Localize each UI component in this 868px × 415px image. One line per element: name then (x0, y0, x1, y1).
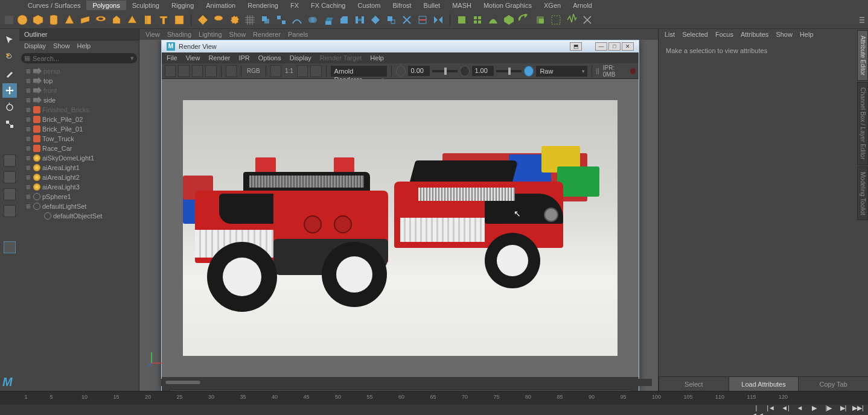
render-menu-file[interactable]: File (167, 54, 177, 62)
maximize-icon[interactable]: □ (608, 42, 621, 51)
mash-curve-icon[interactable] (487, 13, 500, 27)
prism-icon[interactable] (110, 13, 123, 27)
outliner-item-side[interactable]: ⊞side (19, 95, 139, 105)
display-alpha-icon[interactable] (270, 65, 281, 77)
expand-icon[interactable]: ⊞ (25, 107, 31, 113)
bevel-icon[interactable] (337, 13, 351, 27)
shelf-tab-curves-surfaces[interactable]: Curves / Surfaces (22, 1, 86, 10)
outliner-item-psphere1[interactable]: ⊞pSphere1 (19, 192, 139, 201)
combine-icon[interactable] (259, 13, 272, 27)
snap-point-icon[interactable] (4, 188, 16, 200)
expand-icon[interactable]: ⊞ (25, 136, 31, 142)
shelf-tab-animation[interactable]: Animation (200, 1, 241, 10)
expand-icon[interactable]: ⊞ (25, 184, 31, 190)
expand-icon[interactable]: ⊞ (25, 165, 31, 171)
shelf-tab-motion-graphics[interactable]: Motion Graphics (477, 1, 538, 10)
step-back-icon[interactable]: |◄ (765, 404, 776, 414)
delete-edge-icon[interactable] (416, 13, 429, 27)
type-icon[interactable] (157, 13, 170, 27)
ipr-render-icon[interactable] (205, 65, 216, 77)
render-region-icon[interactable] (178, 65, 189, 77)
timeline[interactable]: 1510152025303540455055606570758085909510… (0, 391, 868, 415)
render-menu-render[interactable]: Render (208, 54, 230, 62)
shelf-collapse-icon[interactable] (860, 13, 868, 27)
fill-hole-icon[interactable] (369, 13, 382, 27)
viewport-scrollbar[interactable] (161, 379, 652, 386)
gear-icon[interactable] (228, 13, 241, 27)
shelf-tab-xgen[interactable]: XGen (538, 1, 567, 10)
sphere-icon[interactable] (16, 13, 29, 27)
outliner-menu-help[interactable]: Help (77, 42, 91, 49)
shelf-tab-rigging[interactable]: Rigging (165, 1, 200, 10)
mash-util-icon[interactable] (534, 13, 547, 27)
scale-tool-icon[interactable] (2, 117, 17, 131)
dropdown-icon[interactable]: ▾ (130, 54, 134, 62)
filter-icon[interactable]: ▦ (24, 54, 30, 62)
expand-icon[interactable]: ⊞ (25, 126, 31, 132)
viewport-menu-panels[interactable]: Panels (288, 31, 308, 38)
append-icon[interactable] (385, 13, 398, 27)
attr-menu-attributes[interactable]: Attributes (741, 31, 768, 38)
play-icon[interactable]: ▶ (809, 404, 820, 414)
dock-icon[interactable]: ⬒ (570, 42, 582, 51)
renderer-dropdown[interactable]: Arnold Renderer (331, 66, 387, 77)
outliner-item-defaultobjectset[interactable]: defaultObjectSet (19, 211, 139, 221)
key-forward-icon[interactable]: |▶ (823, 404, 834, 414)
select-button[interactable]: Select (659, 377, 729, 391)
outliner-item-tow_truck[interactable]: ⊞Tow_Truck (19, 134, 139, 144)
ratio-label[interactable]: 1:1 (284, 68, 295, 74)
select-tool-icon[interactable] (2, 33, 17, 47)
disc-icon[interactable] (212, 13, 225, 27)
outliner-menu-show[interactable]: Show (53, 42, 70, 49)
shelf-tab-fx-caching[interactable]: FX Caching (305, 1, 351, 10)
render-menu-display[interactable]: Display (290, 54, 311, 62)
construction-icon[interactable] (4, 241, 16, 253)
attr-menu-list[interactable]: List (665, 31, 675, 38)
step-forward-icon[interactable]: ▶| (838, 404, 849, 414)
keep-image-icon[interactable] (297, 65, 308, 77)
move-tool-icon[interactable] (2, 83, 17, 98)
expand-icon[interactable]: ⊞ (25, 87, 31, 93)
shelf-tab-custom[interactable]: Custom (352, 1, 387, 10)
outliner-item-persp[interactable]: ⊞persp (19, 66, 139, 76)
snap-grid-icon[interactable] (4, 154, 16, 166)
exposure-slider[interactable] (432, 70, 458, 72)
render-menu-view[interactable]: View (186, 54, 200, 62)
pipe-icon[interactable] (141, 13, 155, 27)
timeline-ruler[interactable]: 1510152025303540455055606570758085909510… (0, 391, 868, 405)
shelf-tab-mash[interactable]: MASH (446, 1, 477, 10)
expand-icon[interactable]: ⊞ (25, 116, 31, 122)
key-back-icon[interactable]: ◄| (780, 404, 791, 414)
outliner-item-top[interactable]: ⊞top (19, 76, 139, 86)
platonic-icon[interactable] (196, 13, 209, 27)
mash-color-icon[interactable] (581, 13, 594, 27)
expand-icon[interactable]: ⊞ (25, 97, 31, 103)
rotate-tool-icon[interactable] (2, 100, 17, 115)
colorspace-dropdown[interactable]: Raw (536, 66, 587, 77)
snap-plane-icon[interactable] (4, 205, 16, 217)
exposure-icon[interactable] (396, 66, 406, 77)
load-attributes-button[interactable]: Load Attributes (729, 377, 799, 391)
snap-curve-icon[interactable] (4, 171, 16, 183)
viewport-menu-view[interactable]: View (145, 31, 160, 38)
viewport-menu-lighting[interactable]: Lighting (199, 31, 222, 38)
outliner-item-race_car[interactable]: ⊞Race_Car (19, 144, 139, 153)
torus-icon[interactable] (94, 13, 107, 27)
mash-replicate-icon[interactable] (518, 13, 531, 27)
gamma-field[interactable]: 1.00 (472, 66, 493, 76)
outliner-item-defaultlightset[interactable]: ⊞defaultLightSet (19, 201, 139, 211)
separate-icon[interactable] (275, 13, 288, 27)
plane-icon[interactable] (78, 13, 92, 27)
mash-add-icon[interactable] (471, 13, 484, 27)
expand-icon[interactable]: ⊞ (25, 155, 31, 161)
render-canvas[interactable]: ↖ (162, 79, 639, 377)
search-input[interactable] (33, 55, 130, 62)
viewport-menu-renderer[interactable]: Renderer (253, 31, 281, 38)
render-current-icon[interactable] (165, 65, 176, 77)
remove-image-icon[interactable] (310, 65, 321, 77)
cone-icon[interactable] (63, 13, 76, 27)
mirror-icon[interactable] (432, 13, 445, 27)
mash-waiter-icon[interactable] (549, 13, 563, 27)
outliner-search[interactable]: ▦ ▾ (21, 53, 137, 63)
attr-menu-help[interactable]: Help (800, 31, 814, 38)
